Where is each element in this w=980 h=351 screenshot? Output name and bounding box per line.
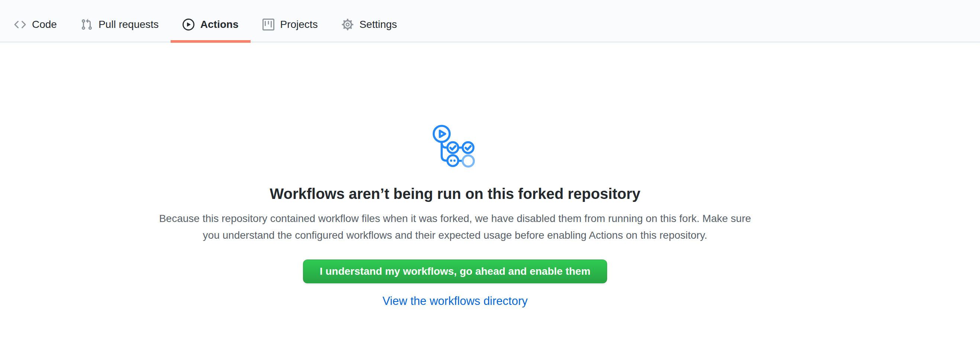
workflow-graph-icon xyxy=(432,124,479,168)
code-icon xyxy=(14,19,26,30)
git-pull-request-icon xyxy=(81,19,92,30)
tab-actions[interactable]: Actions xyxy=(171,8,251,42)
tab-pull-requests[interactable]: Pull requests xyxy=(69,8,171,42)
tab-projects[interactable]: Projects xyxy=(251,8,330,42)
tab-settings[interactable]: Settings xyxy=(330,8,409,42)
tab-label: Code xyxy=(32,19,57,30)
workflows-directory-link[interactable]: View the workflows directory xyxy=(383,294,528,309)
tab-label: Pull requests xyxy=(99,19,159,30)
enable-workflows-button[interactable]: I understand my workflows, go ahead and … xyxy=(303,259,607,283)
tab-label: Actions xyxy=(200,19,239,30)
repo-tab-bar: Code Pull requests Actions Projects Sett… xyxy=(0,0,980,42)
tab-label: Settings xyxy=(360,19,397,30)
actions-disabled-blankslate: Workflows aren’t being run on this forke… xyxy=(0,42,910,309)
project-icon xyxy=(262,19,274,30)
blankslate-heading: Workflows aren’t being run on this forke… xyxy=(269,185,640,203)
tab-label: Projects xyxy=(280,19,318,30)
blankslate-description: Because this repository contained workfl… xyxy=(152,210,758,243)
tab-code[interactable]: Code xyxy=(2,8,69,42)
play-circle-icon xyxy=(183,19,194,30)
gear-icon xyxy=(342,19,353,30)
